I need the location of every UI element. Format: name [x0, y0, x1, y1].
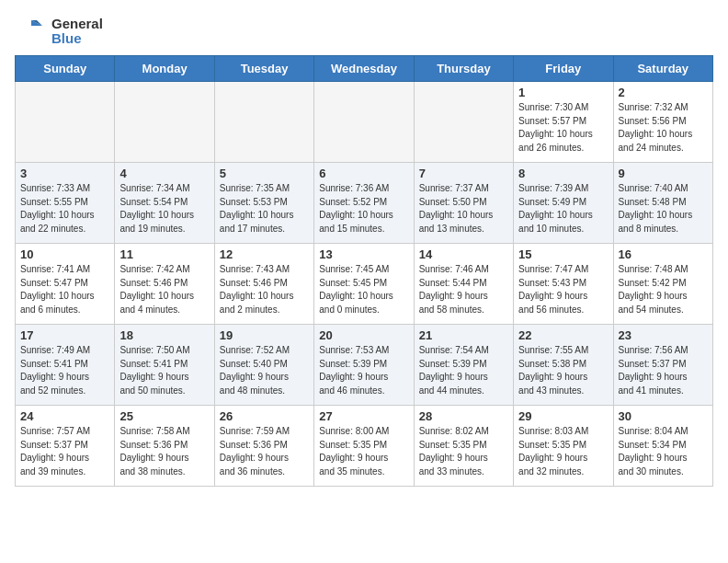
logo-general: General	[51, 17, 103, 32]
day-number: 13	[319, 247, 408, 261]
calendar-cell: 10Sunrise: 7:41 AM Sunset: 5:47 PM Dayli…	[16, 244, 115, 325]
day-number: 23	[619, 328, 708, 342]
day-number: 8	[518, 167, 608, 180]
weekday-header-monday: Monday	[115, 56, 214, 82]
day-detail: Sunrise: 7:50 AM Sunset: 5:41 PM Dayligh…	[119, 344, 209, 397]
day-number: 12	[220, 247, 309, 261]
calendar-cell: 15Sunrise: 7:47 AM Sunset: 5:43 PM Dayli…	[514, 244, 613, 325]
calendar-cell: 17Sunrise: 7:49 AM Sunset: 5:41 PM Dayli…	[16, 325, 115, 406]
day-detail: Sunrise: 7:52 AM Sunset: 5:40 PM Dayligh…	[220, 344, 309, 397]
calendar-week-row: 17Sunrise: 7:49 AM Sunset: 5:41 PM Dayli…	[16, 325, 713, 406]
calendar-cell: 2Sunrise: 7:32 AM Sunset: 5:56 PM Daylig…	[613, 82, 712, 163]
calendar-week-row: 3Sunrise: 7:33 AM Sunset: 5:55 PM Daylig…	[16, 163, 713, 244]
weekday-header-wednesday: Wednesday	[314, 56, 414, 82]
day-number: 28	[419, 409, 508, 423]
day-detail: Sunrise: 7:46 AM Sunset: 5:44 PM Dayligh…	[419, 263, 508, 316]
day-detail: Sunrise: 7:39 AM Sunset: 5:49 PM Dayligh…	[518, 182, 608, 236]
calendar-cell: 28Sunrise: 8:02 AM Sunset: 5:35 PM Dayli…	[414, 406, 513, 487]
day-number: 27	[319, 409, 408, 423]
day-detail: Sunrise: 8:03 AM Sunset: 5:35 PM Dayligh…	[518, 425, 608, 478]
calendar-cell: 5Sunrise: 7:35 AM Sunset: 5:53 PM Daylig…	[214, 163, 313, 244]
day-number: 6	[319, 167, 408, 180]
day-detail: Sunrise: 7:48 AM Sunset: 5:42 PM Dayligh…	[619, 263, 708, 316]
calendar-cell: 1Sunrise: 7:30 AM Sunset: 5:57 PM Daylig…	[514, 82, 613, 163]
day-detail: Sunrise: 7:56 AM Sunset: 5:37 PM Dayligh…	[619, 344, 708, 397]
calendar-cell: 27Sunrise: 8:00 AM Sunset: 5:35 PM Dayli…	[314, 406, 414, 487]
calendar-cell	[414, 82, 513, 163]
day-detail: Sunrise: 7:32 AM Sunset: 5:56 PM Dayligh…	[619, 101, 708, 155]
calendar-cell: 30Sunrise: 8:04 AM Sunset: 5:34 PM Dayli…	[613, 406, 712, 487]
calendar-cell: 23Sunrise: 7:56 AM Sunset: 5:37 PM Dayli…	[613, 325, 712, 406]
day-detail: Sunrise: 7:35 AM Sunset: 5:53 PM Dayligh…	[220, 182, 309, 236]
day-detail: Sunrise: 7:49 AM Sunset: 5:41 PM Dayligh…	[20, 344, 109, 397]
calendar-cell: 22Sunrise: 7:55 AM Sunset: 5:38 PM Dayli…	[514, 325, 613, 406]
logo-blue: Blue	[51, 31, 103, 47]
calendar-cell: 16Sunrise: 7:48 AM Sunset: 5:42 PM Dayli…	[613, 244, 712, 325]
weekday-header-thursday: Thursday	[414, 56, 513, 82]
calendar-cell	[16, 82, 115, 163]
day-number: 17	[20, 328, 109, 342]
day-number: 18	[119, 328, 209, 342]
calendar-cell: 21Sunrise: 7:54 AM Sunset: 5:39 PM Dayli…	[414, 325, 513, 406]
day-detail: Sunrise: 7:43 AM Sunset: 5:46 PM Dayligh…	[220, 263, 309, 316]
day-detail: Sunrise: 7:33 AM Sunset: 5:55 PM Dayligh…	[20, 182, 109, 236]
day-detail: Sunrise: 7:59 AM Sunset: 5:36 PM Dayligh…	[220, 425, 309, 478]
day-detail: Sunrise: 8:00 AM Sunset: 5:35 PM Dayligh…	[319, 425, 408, 478]
weekday-header-tuesday: Tuesday	[214, 56, 313, 82]
logo: General Blue	[15, 15, 103, 48]
day-detail: Sunrise: 7:58 AM Sunset: 5:36 PM Dayligh…	[119, 425, 209, 478]
day-detail: Sunrise: 7:42 AM Sunset: 5:46 PM Dayligh…	[119, 263, 209, 316]
calendar-cell	[314, 82, 414, 163]
day-number: 11	[119, 247, 209, 261]
calendar-cell: 25Sunrise: 7:58 AM Sunset: 5:36 PM Dayli…	[115, 406, 214, 487]
day-number: 3	[20, 167, 109, 180]
calendar-cell: 6Sunrise: 7:36 AM Sunset: 5:52 PM Daylig…	[314, 163, 414, 244]
day-number: 15	[518, 247, 608, 261]
day-number: 10	[20, 247, 109, 261]
calendar-cell: 24Sunrise: 7:57 AM Sunset: 5:37 PM Dayli…	[16, 406, 115, 487]
calendar-cell: 26Sunrise: 7:59 AM Sunset: 5:36 PM Dayli…	[214, 406, 313, 487]
day-number: 19	[220, 328, 309, 342]
header: General Blue	[15, 15, 713, 48]
day-number: 16	[619, 247, 708, 261]
day-detail: Sunrise: 7:55 AM Sunset: 5:38 PM Dayligh…	[518, 344, 608, 397]
calendar-cell: 18Sunrise: 7:50 AM Sunset: 5:41 PM Dayli…	[115, 325, 214, 406]
calendar-cell	[214, 82, 313, 163]
day-detail: Sunrise: 8:02 AM Sunset: 5:35 PM Dayligh…	[419, 425, 508, 478]
calendar-cell: 9Sunrise: 7:40 AM Sunset: 5:48 PM Daylig…	[613, 163, 712, 244]
day-detail: Sunrise: 7:37 AM Sunset: 5:50 PM Dayligh…	[419, 182, 508, 236]
day-number: 20	[319, 328, 408, 342]
day-number: 24	[20, 409, 109, 423]
calendar-cell: 13Sunrise: 7:45 AM Sunset: 5:45 PM Dayli…	[314, 244, 414, 325]
weekday-header-saturday: Saturday	[613, 56, 712, 82]
calendar-cell: 7Sunrise: 7:37 AM Sunset: 5:50 PM Daylig…	[414, 163, 513, 244]
calendar-week-row: 10Sunrise: 7:41 AM Sunset: 5:47 PM Dayli…	[16, 244, 713, 325]
day-detail: Sunrise: 7:40 AM Sunset: 5:48 PM Dayligh…	[619, 182, 708, 236]
calendar-week-row: 24Sunrise: 7:57 AM Sunset: 5:37 PM Dayli…	[16, 406, 713, 487]
day-detail: Sunrise: 7:34 AM Sunset: 5:54 PM Dayligh…	[119, 182, 209, 236]
logo-bird-icon	[15, 15, 48, 48]
day-number: 14	[419, 247, 508, 261]
day-number: 26	[220, 409, 309, 423]
day-number: 5	[220, 167, 309, 180]
calendar-cell: 14Sunrise: 7:46 AM Sunset: 5:44 PM Dayli…	[414, 244, 513, 325]
day-number: 22	[518, 328, 608, 342]
day-number: 25	[119, 409, 209, 423]
day-detail: Sunrise: 7:47 AM Sunset: 5:43 PM Dayligh…	[518, 263, 608, 316]
calendar-cell: 3Sunrise: 7:33 AM Sunset: 5:55 PM Daylig…	[16, 163, 115, 244]
calendar-cell: 12Sunrise: 7:43 AM Sunset: 5:46 PM Dayli…	[214, 244, 313, 325]
day-number: 9	[619, 167, 708, 180]
day-detail: Sunrise: 7:57 AM Sunset: 5:37 PM Dayligh…	[20, 425, 109, 478]
day-number: 2	[619, 86, 708, 99]
day-detail: Sunrise: 7:36 AM Sunset: 5:52 PM Dayligh…	[319, 182, 408, 236]
day-detail: Sunrise: 7:53 AM Sunset: 5:39 PM Dayligh…	[319, 344, 408, 397]
calendar-cell: 19Sunrise: 7:52 AM Sunset: 5:40 PM Dayli…	[214, 325, 313, 406]
calendar-cell: 11Sunrise: 7:42 AM Sunset: 5:46 PM Dayli…	[115, 244, 214, 325]
weekday-header-row: SundayMondayTuesdayWednesdayThursdayFrid…	[16, 56, 713, 82]
weekday-header-sunday: Sunday	[16, 56, 115, 82]
calendar-cell	[115, 82, 214, 163]
day-detail: Sunrise: 7:45 AM Sunset: 5:45 PM Dayligh…	[319, 263, 408, 316]
day-number: 1	[518, 86, 608, 99]
weekday-header-friday: Friday	[514, 56, 613, 82]
calendar-table: SundayMondayTuesdayWednesdayThursdayFrid…	[15, 55, 713, 487]
